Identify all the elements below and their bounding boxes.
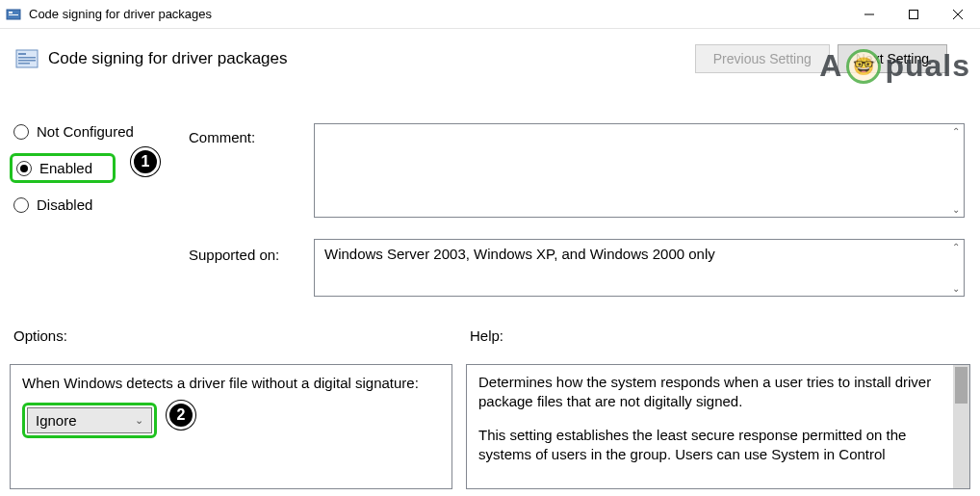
- help-scrollbar[interactable]: [953, 365, 969, 488]
- scrollbar-thumb[interactable]: [955, 367, 967, 404]
- signature-action-dropdown[interactable]: Ignore ⌄: [27, 407, 152, 433]
- supported-textbox: Windows Server 2003, Windows XP, and Win…: [314, 239, 965, 297]
- svg-rect-10: [18, 60, 36, 62]
- options-panel: When Windows detects a driver file witho…: [10, 364, 452, 489]
- watermark-logo: A 🤓 puals: [819, 48, 970, 84]
- chevron-down-icon[interactable]: ⌄: [952, 204, 960, 215]
- radio-label: Not Configured: [37, 123, 134, 140]
- watermark-letter-a: A: [819, 48, 842, 84]
- radio-not-configured[interactable]: Not Configured: [13, 123, 134, 140]
- svg-rect-11: [18, 63, 30, 65]
- callout-badge-2: 2: [167, 401, 195, 430]
- policy-icon: [13, 45, 40, 72]
- radio-icon: [13, 124, 29, 140]
- chevron-down-icon[interactable]: ⌄: [952, 283, 960, 294]
- radio-label: Enabled: [39, 160, 92, 176]
- help-paragraph-1: Determines how the system responds when …: [478, 373, 948, 412]
- close-button[interactable]: [936, 0, 980, 29]
- radio-icon: [16, 161, 32, 176]
- maximize-button[interactable]: [891, 0, 936, 29]
- watermark-avatar-icon: 🤓: [846, 49, 881, 84]
- help-panel: Determines how the system responds when …: [466, 364, 970, 489]
- window-title: Code signing for driver packages: [29, 7, 847, 21]
- svg-rect-1: [9, 12, 13, 13]
- svg-rect-8: [18, 53, 26, 55]
- comment-label: Comment:: [189, 129, 255, 145]
- state-radio-group: Not Configured Enabled 1 Disabled: [13, 123, 134, 230]
- supported-label: Supported on:: [189, 247, 279, 263]
- options-question: When Windows detects a driver file witho…: [22, 373, 440, 393]
- radio-icon: [13, 197, 29, 213]
- minimize-button[interactable]: [847, 0, 891, 29]
- radio-label: Disabled: [37, 196, 92, 213]
- chevron-down-icon: ⌄: [135, 414, 143, 427]
- radio-enabled[interactable]: Enabled: [10, 153, 116, 183]
- svg-rect-9: [18, 57, 36, 59]
- supported-text: Windows Server 2003, Windows XP, and Win…: [315, 240, 964, 268]
- app-icon: [6, 7, 21, 22]
- window-controls: [847, 0, 980, 29]
- svg-rect-7: [16, 50, 38, 67]
- help-label: Help:: [470, 327, 503, 344]
- chevron-up-icon[interactable]: ⌃: [952, 242, 960, 252]
- svg-rect-2: [9, 14, 18, 15]
- dropdown-value: Ignore: [36, 412, 77, 429]
- callout-badge-1: 1: [131, 147, 160, 176]
- page-title: Code signing for driver packages: [48, 49, 695, 68]
- previous-setting-button[interactable]: Previous Setting: [695, 44, 830, 73]
- titlebar: Code signing for driver packages: [0, 0, 980, 29]
- comment-textbox[interactable]: ⌃ ⌄: [314, 123, 965, 218]
- watermark-text: puals: [885, 48, 970, 84]
- radio-disabled[interactable]: Disabled: [13, 196, 134, 213]
- svg-rect-4: [910, 10, 918, 18]
- options-label: Options:: [13, 327, 67, 344]
- chevron-up-icon[interactable]: ⌃: [952, 126, 960, 137]
- help-paragraph-2: This setting establishes the least secur…: [478, 426, 948, 465]
